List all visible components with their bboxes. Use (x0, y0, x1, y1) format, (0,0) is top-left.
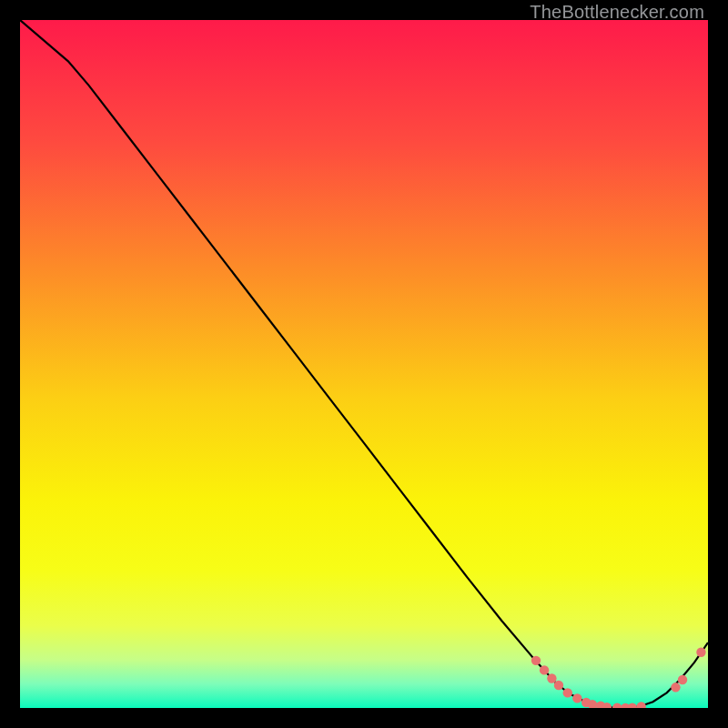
chart-frame (20, 20, 708, 708)
marker-point (547, 673, 556, 682)
chart-background (20, 20, 708, 708)
marker-point (563, 688, 572, 697)
marker-point (554, 681, 563, 690)
marker-point (696, 648, 705, 657)
chart-svg (20, 20, 708, 708)
marker-point (540, 665, 549, 674)
marker-point (671, 682, 680, 692)
marker-point (531, 656, 541, 665)
watermark-text: TheBottlenecker.com (530, 2, 704, 23)
marker-point (678, 675, 687, 684)
marker-point (572, 693, 581, 703)
